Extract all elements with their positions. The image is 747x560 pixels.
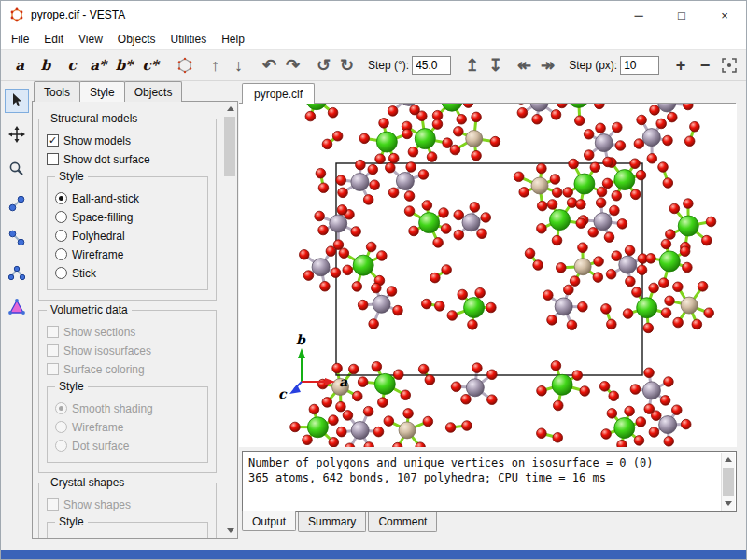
tab-summary[interactable]: Summary: [298, 512, 366, 532]
atom-si[interactable]: [681, 297, 698, 314]
atom-al[interactable]: [619, 256, 637, 273]
tilt-cw-icon[interactable]: ↻: [335, 54, 359, 77]
atom-o[interactable]: [359, 133, 370, 144]
atom-o[interactable]: [439, 208, 449, 218]
atom-al[interactable]: [351, 173, 369, 190]
atom-o[interactable]: [543, 290, 554, 301]
atom-o[interactable]: [556, 263, 566, 273]
atom-o[interactable]: [567, 198, 577, 208]
atom-o[interactable]: [421, 299, 431, 309]
atom-o[interactable]: [348, 364, 359, 374]
scroll-up-icon[interactable]: [722, 453, 735, 467]
atom-o[interactable]: [393, 305, 403, 315]
atom-o[interactable]: [636, 417, 646, 427]
atom-o[interactable]: [646, 254, 656, 264]
atom-o[interactable]: [630, 385, 641, 395]
atom-o[interactable]: [656, 119, 667, 129]
atom-o[interactable]: [578, 243, 588, 253]
atom-o[interactable]: [369, 319, 379, 329]
atom-o[interactable]: [609, 391, 619, 401]
menu-file[interactable]: File: [4, 31, 36, 48]
atom-o[interactable]: [458, 289, 468, 300]
atom-o[interactable]: [643, 323, 654, 333]
atom-o[interactable]: [564, 285, 574, 295]
radio-stick[interactable]: Stick: [55, 265, 200, 281]
radio-wireframe[interactable]: Wireframe: [55, 246, 200, 262]
atom-o[interactable]: [371, 283, 381, 293]
atom-al[interactable]: [642, 129, 660, 147]
minimize-button[interactable]: ─: [617, 1, 660, 29]
atom-o[interactable]: [570, 276, 580, 287]
scroll-down-icon[interactable]: [722, 497, 735, 511]
atom-o[interactable]: [433, 238, 444, 248]
atom-o[interactable]: [329, 415, 339, 426]
atom-o[interactable]: [322, 398, 332, 408]
atom-al[interactable]: [330, 215, 347, 232]
atom-o[interactable]: [410, 105, 420, 115]
atom-o[interactable]: [309, 404, 319, 414]
atom-o[interactable]: [374, 427, 384, 437]
atom-o[interactable]: [547, 315, 557, 326]
atom-si[interactable]: [399, 422, 416, 439]
rotate-cw-icon[interactable]: ↷: [281, 54, 304, 77]
plane-tool[interactable]: [5, 296, 29, 320]
atom-o[interactable]: [661, 239, 671, 249]
atom-o[interactable]: [422, 201, 432, 211]
atom-o[interactable]: [388, 106, 398, 117]
panel-scrollbar[interactable]: [223, 101, 238, 539]
atom-o[interactable]: [393, 370, 403, 380]
atom-al[interactable]: [555, 298, 572, 315]
radio-polyhedral[interactable]: Polyhedral: [55, 228, 200, 244]
atom-o[interactable]: [684, 104, 694, 110]
atom-o[interactable]: [388, 153, 399, 163]
atom-o[interactable]: [660, 396, 670, 406]
atom-o[interactable]: [384, 416, 394, 427]
atom-o[interactable]: [637, 115, 647, 125]
atom-o[interactable]: [490, 136, 500, 147]
atom-o[interactable]: [418, 364, 429, 374]
atom-o[interactable]: [594, 257, 604, 267]
view-along-c-button[interactable]: c: [59, 57, 85, 74]
atom-o[interactable]: [454, 210, 464, 220]
atom-mg[interactable]: [374, 373, 395, 394]
atom-o[interactable]: [336, 401, 346, 412]
atom-o[interactable]: [593, 273, 603, 283]
select-tool[interactable]: [5, 89, 29, 113]
view-along-a-star-button[interactable]: a*: [85, 57, 111, 74]
atom-o[interactable]: [404, 206, 415, 217]
view-along-c-star-button[interactable]: c*: [137, 57, 163, 74]
atom-o[interactable]: [664, 377, 674, 387]
atom-o[interactable]: [659, 278, 669, 288]
atom-o[interactable]: [425, 375, 435, 385]
atom-al[interactable]: [462, 214, 480, 231]
output-scrollbar[interactable]: [721, 453, 735, 511]
atom-o[interactable]: [630, 159, 641, 169]
atom-o[interactable]: [299, 249, 309, 259]
atom-o[interactable]: [625, 406, 635, 416]
atom-mg[interactable]: [307, 417, 328, 438]
atom-o[interactable]: [666, 230, 676, 240]
atom-o[interactable]: [404, 191, 415, 202]
atom-o[interactable]: [607, 319, 617, 329]
menu-objects[interactable]: Objects: [110, 31, 163, 48]
view-along-b-star-button[interactable]: b*: [111, 57, 137, 74]
atom-o[interactable]: [337, 427, 347, 437]
atom-o[interactable]: [604, 232, 614, 243]
atom-o[interactable]: [352, 391, 362, 401]
structure-viewport[interactable]: b a c: [239, 104, 737, 447]
scroll-down-icon[interactable]: [223, 524, 237, 538]
atom-o[interactable]: [704, 308, 714, 318]
atom-o[interactable]: [378, 398, 388, 408]
atom-o[interactable]: [551, 110, 561, 120]
atom-o[interactable]: [343, 265, 353, 275]
atom-o[interactable]: [339, 248, 349, 259]
atom-o[interactable]: [601, 304, 612, 315]
checkbox-show-dot-surface[interactable]: Show dot surface: [47, 151, 208, 167]
atom-o[interactable]: [447, 311, 458, 321]
atom-o[interactable]: [537, 201, 547, 211]
atom-o[interactable]: [305, 111, 316, 121]
pan-left-icon[interactable]: ↞: [513, 54, 536, 77]
atom-o[interactable]: [547, 200, 557, 210]
atom-o[interactable]: [423, 416, 433, 427]
atom-o[interactable]: [463, 104, 473, 107]
